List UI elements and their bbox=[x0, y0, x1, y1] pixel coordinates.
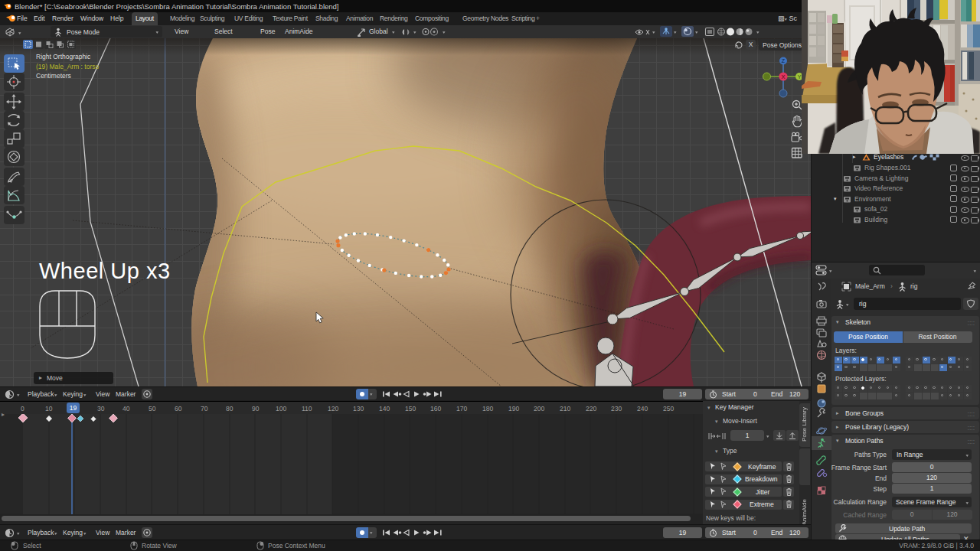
svg-text:Z: Z bbox=[782, 58, 786, 64]
svg-text:X: X bbox=[781, 73, 785, 80]
svg-text:Y: Y bbox=[798, 74, 802, 80]
